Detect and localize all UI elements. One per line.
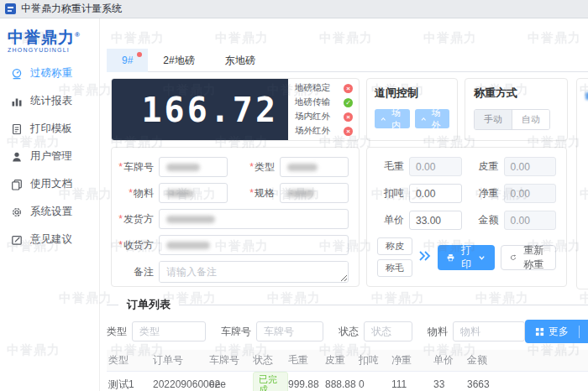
sidebar-item-reports[interactable]: 统计报表: [0, 87, 99, 115]
gate-control-title: 道闸控制: [375, 86, 449, 101]
reweigh-button[interactable]: 重新称重: [501, 245, 556, 270]
copy-docs-icon: [11, 179, 23, 190]
search-button[interactable]: 搜: [580, 320, 588, 343]
masked-value: [166, 216, 215, 223]
sidebar-item-docs[interactable]: 使用文档: [0, 170, 99, 198]
orders-filter-bar: 类型 车牌号 状态 物料 更多: [107, 321, 588, 342]
tab-scale-9[interactable]: 9#: [107, 49, 148, 72]
remark-textarea[interactable]: [159, 261, 349, 283]
masked-value: [166, 164, 200, 171]
required-mark: *: [249, 187, 254, 199]
type-field[interactable]: [280, 157, 349, 177]
col-type: 类型: [107, 353, 153, 368]
sidebar-item-settings[interactable]: 系统设置: [0, 198, 99, 226]
brand-logo: 中誉鼎力® ZHONGYUDINGLI: [8, 27, 99, 53]
remark-label: 备注: [118, 265, 159, 279]
logo-text: 中誉鼎力: [8, 29, 75, 46]
tab-label: 东地磅: [225, 55, 255, 66]
amount-label: 金额: [472, 213, 499, 227]
edit-feedback-icon: [11, 234, 23, 246]
weigh-tare-button[interactable]: 称皮: [377, 237, 412, 255]
receiver-field[interactable]: [159, 235, 349, 255]
gross-weight-field: 0.00: [409, 157, 462, 176]
chevron-up-icon: [381, 116, 386, 123]
sidebar-item-label: 用户管理: [30, 149, 72, 164]
status-ok-icon: [344, 98, 353, 107]
filter-status-input[interactable]: [364, 321, 412, 341]
col-order-no: 订单号: [153, 353, 209, 368]
required-mark: *: [118, 213, 123, 225]
material-field[interactable]: [159, 183, 228, 203]
gate-control-card: 道闸控制 场内 场外: [366, 78, 458, 141]
filter-plate-label: 车牌号: [221, 325, 251, 339]
col-net: 净重: [391, 353, 433, 368]
col-price: 单价: [433, 353, 467, 368]
chevron-up-icon: [421, 116, 427, 123]
orders-table-header: 类型 订单号 车牌号 状态 毛重 皮重 扣吨 净重 单价 金额: [107, 350, 588, 372]
more-filters-button[interactable]: 更多: [525, 320, 579, 343]
sidebar-item-users[interactable]: 用户管理: [0, 143, 99, 170]
camera-panel-partial: [576, 78, 588, 289]
net-weight-field: 0.00: [504, 184, 557, 203]
receiver-label: 收货方: [123, 239, 154, 251]
filter-actions: 更多 搜: [525, 320, 588, 343]
sidebar-item-label: 打印模板: [30, 122, 72, 136]
double-chevron-icon: [418, 250, 432, 264]
masked-value: [287, 164, 318, 171]
sidebar-item-weighing[interactable]: 过磅称重: [0, 60, 99, 87]
sidebar: 中誉鼎力® ZHONGYUDINGLI 过磅称重 统计报表 打印模板 用户管理: [0, 18, 100, 391]
filter-type-input[interactable]: [132, 321, 206, 341]
mode-manual-option[interactable]: 手动: [475, 110, 512, 129]
spec-field[interactable]: [280, 183, 349, 203]
orders-section-divider: 订单列表: [107, 297, 588, 312]
sender-label: 发货方: [123, 213, 154, 225]
masked-value: [166, 190, 193, 197]
deduction-field[interactable]: 0.00: [409, 184, 462, 203]
print-button[interactable]: 打印: [438, 245, 495, 270]
weight-readout: 166.72: [112, 79, 288, 140]
chevron-down-icon: [478, 253, 486, 263]
status-error-icon: [344, 84, 353, 93]
masked-value: [287, 190, 314, 197]
scale-status-list: 地磅稳定 地磅传输 场内红外 场外红外: [288, 79, 359, 140]
type-label: 类型: [255, 161, 275, 173]
sidebar-item-label: 使用文档: [30, 177, 72, 191]
deduction-label: 扣吨: [377, 186, 404, 201]
plate-no-field[interactable]: [159, 157, 228, 177]
filter-status-label: 状态: [339, 325, 359, 339]
order-form-card: *车牌号 *类型 *物料 *规格: [111, 147, 360, 287]
sidebar-item-label: 意见建议: [30, 232, 72, 247]
status-error-icon: [344, 112, 353, 122]
spec-label: 规格: [255, 187, 275, 199]
table-row[interactable]: 测试1 202209060002 eee 已完成 999.88 888.88 0…: [107, 372, 588, 391]
weigh-mode-toggle: 手动 自动: [474, 109, 550, 130]
orders-table: 类型 订单号 车牌号 状态 毛重 皮重 扣吨 净重 单价 金额 测试1 2022…: [107, 350, 588, 391]
sidebar-item-label: 系统设置: [30, 205, 72, 219]
col-tare: 皮重: [325, 353, 359, 368]
net-weight-label: 净重: [472, 186, 499, 201]
orders-section-title: 订单列表: [127, 297, 171, 312]
grid-icon: [535, 327, 544, 336]
filter-plate-input[interactable]: [256, 321, 323, 341]
sidebar-item-print-templates[interactable]: 打印模板: [0, 115, 99, 143]
tab-scale-2[interactable]: 2#地磅: [148, 49, 209, 72]
unit-price-field[interactable]: 33.00: [409, 211, 462, 230]
tab-scale-east[interactable]: 东地磅: [210, 49, 270, 72]
sender-field[interactable]: [159, 209, 349, 229]
material-label: 物料: [134, 187, 154, 199]
sidebar-item-feedback[interactable]: 意见建议: [0, 226, 99, 253]
status-error-icon: [344, 127, 353, 136]
filter-material-input[interactable]: [453, 321, 525, 341]
app-icon: [5, 3, 16, 14]
weigh-mode-title: 称重方式: [474, 86, 559, 101]
mode-auto-option[interactable]: 自动: [512, 110, 549, 129]
gate-inner-button[interactable]: 场内: [375, 109, 410, 128]
main-area: 9# 2#地磅 东地磅 166.72 地磅稳定 地磅传输 场内红外: [100, 18, 588, 391]
status-infrared-outer: 场外红外: [295, 125, 353, 137]
gate-outer-button[interactable]: 场外: [415, 109, 450, 128]
col-deduct: 扣吨: [359, 353, 391, 368]
window-titlebar: 中誉鼎力称重计量系统: [0, 0, 588, 18]
weigh-gross-button[interactable]: 称毛: [377, 259, 412, 277]
col-gross: 毛重: [288, 353, 325, 368]
status-infrared-inner: 场内红外: [295, 111, 353, 123]
